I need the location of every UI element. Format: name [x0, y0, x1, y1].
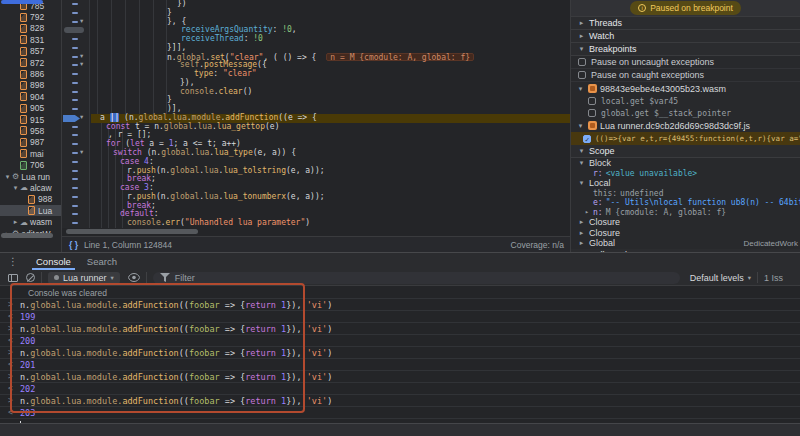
expander-right-icon[interactable]: ▸ [577, 218, 586, 226]
gutter-row[interactable]: ▾ [62, 53, 89, 62]
tree-item-958[interactable]: ▸958 [0, 125, 61, 136]
breakpoint-pause-on-caught-exceptions[interactable]: Pause on caught exceptions [571, 69, 800, 82]
code-line[interactable]: r.push(n.global.lua.lua_tonumberx(e, a))… [91, 193, 570, 202]
gutter-row[interactable] [62, 88, 89, 97]
fold-arrow-icon[interactable]: ▾ [80, 60, 83, 68]
breakpoint-global-get-stack-pointer[interactable]: global.get $__stack_pointer [571, 107, 800, 119]
tree-item-872[interactable]: ▸872 [0, 57, 61, 68]
console-command-row[interactable]: >n.global.lua.module.addFunction((foobar… [0, 299, 800, 311]
gutter-row[interactable]: ▾ [62, 61, 89, 70]
filter-input[interactable]: Filter [153, 272, 680, 284]
group-block[interactable]: ▾Block [571, 158, 800, 169]
tree-item-988[interactable]: ▸988 [0, 194, 61, 205]
breakpoint-local-get-var45[interactable]: local.get $var45 [571, 95, 800, 107]
expander-right-icon[interactable]: ▸ [577, 239, 586, 247]
gutter-row[interactable] [62, 0, 89, 9]
console-command-row[interactable]: >n.global.lua.module.addFunction((foobar… [0, 323, 800, 335]
expander-down-icon[interactable]: ▾ [3, 173, 12, 181]
checkbox[interactable] [588, 109, 596, 117]
section-breakpoints[interactable]: ▾Breakpoints [571, 43, 800, 56]
gutter-row[interactable] [62, 158, 89, 167]
console-result-row[interactable]: <199 [0, 311, 800, 323]
gutter-row[interactable] [62, 140, 89, 149]
code-line[interactable]: }) [91, 0, 570, 9]
console-sidebar-icon[interactable] [8, 274, 18, 282]
code-line[interactable]: self.postMessage({ [91, 61, 570, 70]
gutter-row[interactable] [62, 9, 89, 18]
console-result-row[interactable]: <202 [0, 383, 800, 395]
editor-gutter[interactable]: ▾▾▾▾▾ [62, 0, 90, 228]
group-local[interactable]: ▾Local [571, 178, 800, 189]
clear-console-icon[interactable] [26, 273, 35, 282]
tree-item-alcaw[interactable]: ▾☁alcaw [0, 182, 61, 193]
gutter-row[interactable]: ▾ [62, 149, 89, 158]
group-global[interactable]: ▸GlobalDedicatedWork [571, 238, 800, 249]
code-line[interactable]: switch (n.global.lua.lua_type(e, a)) { [91, 149, 570, 158]
expander-down-icon[interactable]: ▾ [576, 85, 585, 93]
tree-item-mai[interactable]: ▸mai [0, 148, 61, 159]
gutter-row[interactable] [62, 123, 89, 132]
tree-item-915[interactable]: ▸915 [0, 114, 61, 125]
gutter-row[interactable] [62, 35, 89, 44]
editor-code[interactable]: })}}, {receiveArgsQuantity: !0,receiveTh… [91, 0, 570, 228]
tree-item-792[interactable]: ▸792 [0, 11, 61, 22]
code-line[interactable]: }), [91, 79, 570, 88]
expander-down-icon[interactable]: ▾ [577, 45, 586, 53]
code-line[interactable]: console.err("Unhandled lua parameter") [91, 219, 570, 228]
tree-item-lua-run[interactable]: ▾⚙Lua run [0, 171, 61, 182]
code-line[interactable]: receiveArgsQuantity: !0, [91, 26, 570, 35]
gutter-row[interactable] [62, 70, 89, 79]
scope-variable-this-[interactable]: this:undefined [571, 189, 800, 199]
expander-down-icon[interactable]: ▾ [576, 122, 585, 130]
console-command-row[interactable]: >n.global.lua.module.addFunction((foobar… [0, 395, 800, 407]
section-threads[interactable]: ▸Threads [571, 17, 800, 30]
more-menu-icon[interactable]: ⋮ [8, 256, 18, 267]
eye-icon[interactable] [128, 273, 140, 282]
checkbox[interactable] [588, 97, 596, 105]
fold-arrow-icon[interactable]: ▾ [80, 113, 83, 121]
fold-arrow-icon[interactable]: ▾ [80, 52, 83, 60]
tree-item-898[interactable]: ▸898 [0, 80, 61, 91]
checkbox-checked[interactable]: ✓ [583, 135, 591, 143]
code-line[interactable]: n.global.set("clear", ( () => {n = M {cm… [91, 53, 570, 62]
section-scope[interactable]: ▾Scope [571, 145, 800, 158]
gutter-row[interactable] [62, 79, 89, 88]
code-line[interactable]: }, { [91, 18, 570, 27]
tree-item-905[interactable]: ▸905 [0, 103, 61, 114]
expander-right-icon[interactable]: ▸ [577, 19, 586, 27]
file-98843e9ebe4e43005b23-wasm[interactable]: ▾98843e9ebe4e43005b23.wasm [571, 82, 800, 95]
tree-item-831[interactable]: ▸831 [0, 34, 61, 45]
gutter-row[interactable] [62, 44, 89, 53]
scope-variable-n-[interactable]: ▸n:M {cmodule: A, global: f} [571, 208, 800, 218]
pretty-print-icon[interactable]: { } [69, 240, 78, 250]
tree-item-857[interactable]: ▸857 [0, 46, 61, 57]
gutter-row[interactable] [62, 210, 89, 219]
gutter-row[interactable] [62, 167, 89, 176]
console-result-row[interactable]: <200 [0, 335, 800, 347]
breakpoint-pause-on-uncaught-exceptions[interactable]: Pause on uncaught exceptions [571, 56, 800, 69]
gutter-row[interactable] [62, 96, 89, 105]
expander-right-icon[interactable]: ▸ [577, 229, 586, 237]
group-closure[interactable]: ▸Closure [571, 228, 800, 239]
gutter-row[interactable]: ▾ [62, 114, 89, 123]
gutter-row[interactable] [62, 131, 89, 140]
execution-context-selector[interactable]: Lua runner ▾ [48, 272, 120, 284]
tree-horizontal-scrollbar[interactable] [1, 233, 53, 238]
code-line[interactable]: break; [91, 202, 570, 211]
section-watch[interactable]: ▸Watch [571, 30, 800, 43]
breakpoint-entry[interactable]: ✓(()=>{var e,t,r={49455:function(e,t,r){… [571, 132, 800, 145]
expander-right-icon[interactable]: ▸ [11, 218, 20, 226]
code-line[interactable]: break; [91, 175, 570, 184]
tree-item-987[interactable]: ▸987 [0, 137, 61, 148]
gutter-row[interactable] [62, 26, 89, 35]
issues-counter[interactable]: 1 Iss [764, 273, 800, 283]
scope-variable-e-[interactable]: e:"-- Utils\nlocal function ub8(n) -- 64… [571, 198, 800, 208]
expander-down-icon[interactable]: ▾ [577, 147, 586, 155]
gutter-row[interactable] [62, 193, 89, 202]
scope-variable-r-[interactable]: r:<value unavailable> [571, 169, 800, 179]
expander-down-icon[interactable]: ▾ [11, 184, 20, 192]
gutter-row[interactable] [62, 219, 89, 228]
fold-arrow-icon[interactable]: ▾ [80, 17, 83, 25]
group-closure[interactable]: ▸Closure [571, 217, 800, 228]
file-lua-runner-dc9cb2d6d69c98d3d[interactable]: ▾Lua runner.dc9cb2d6d69c98d3dc9f.js [571, 119, 800, 132]
